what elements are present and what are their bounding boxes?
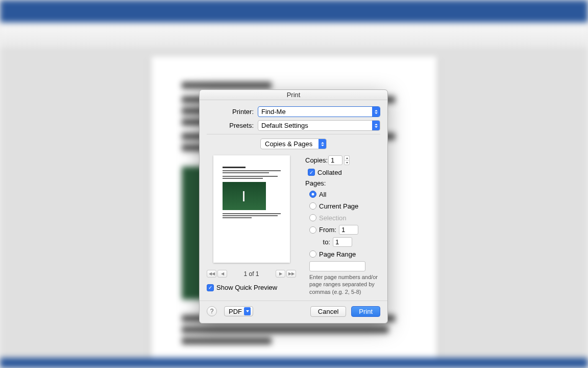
to-label: to: — [319, 238, 330, 246]
preview-thumbnail — [213, 155, 290, 263]
radio-pagerange-label: Page Range — [319, 250, 356, 258]
radio-all-label: All — [319, 191, 326, 198]
updown-icon — [318, 139, 326, 149]
show-preview-checkbox[interactable]: ✓ — [207, 284, 214, 291]
help-button[interactable]: ? — [207, 306, 217, 316]
section-select[interactable]: Copies & Pages — [260, 139, 327, 149]
presets-value: Default Settings — [261, 122, 308, 129]
radio-current-page[interactable] — [309, 202, 316, 210]
print-button[interactable]: Print — [351, 306, 380, 317]
pages-heading: Pages: — [305, 179, 380, 187]
dialog-title: Print — [200, 90, 387, 100]
collated-checkbox[interactable]: ✓ — [308, 169, 315, 176]
page-counter: 1 of 1 — [243, 270, 259, 278]
stepper-down-icon[interactable] — [344, 160, 350, 165]
radio-selection-label: Selection — [319, 214, 346, 222]
copies-label: Copies: — [305, 156, 328, 164]
copies-input[interactable]: 1 — [328, 155, 342, 165]
pdf-dropdown[interactable]: PDF — [224, 306, 253, 316]
page-range-helper: Enter page numbers and/or page ranges se… — [305, 273, 380, 295]
copies-stepper[interactable] — [344, 155, 350, 165]
print-dialog: Print Printer: Find-Me Presets: Default … — [199, 89, 388, 324]
radio-from[interactable] — [309, 226, 316, 234]
radio-from-label: From: — [319, 226, 336, 234]
to-input[interactable]: 1 — [333, 237, 352, 247]
radio-page-range[interactable] — [309, 250, 316, 258]
cancel-button[interactable]: Cancel — [310, 306, 346, 317]
section-value: Copies & Pages — [265, 140, 312, 148]
radio-all[interactable] — [309, 191, 316, 198]
page-range-input[interactable] — [309, 261, 365, 271]
radio-current-label: Current Page — [319, 202, 358, 210]
from-input[interactable]: 1 — [339, 225, 358, 235]
first-page-button[interactable]: ◀◀ — [207, 270, 216, 278]
updown-icon — [372, 121, 380, 130]
printer-value: Find-Me — [261, 108, 286, 116]
show-preview-label: Show Quick Preview — [216, 284, 277, 291]
printer-label: Printer: — [207, 108, 258, 116]
next-page-button[interactable]: ▶ — [276, 270, 285, 278]
pdf-label: PDF — [229, 308, 242, 315]
updown-icon — [372, 107, 380, 117]
radio-selection[interactable] — [309, 214, 316, 221]
last-page-button[interactable]: ▶▶ — [286, 270, 296, 278]
stepper-up-icon[interactable] — [344, 155, 350, 160]
prev-page-button[interactable]: ◀ — [217, 270, 227, 278]
chevron-down-icon — [244, 307, 251, 315]
presets-select[interactable]: Default Settings — [258, 120, 380, 131]
presets-label: Presets: — [207, 122, 258, 129]
collated-label: Collated — [317, 169, 342, 176]
printer-select[interactable]: Find-Me — [258, 106, 380, 117]
